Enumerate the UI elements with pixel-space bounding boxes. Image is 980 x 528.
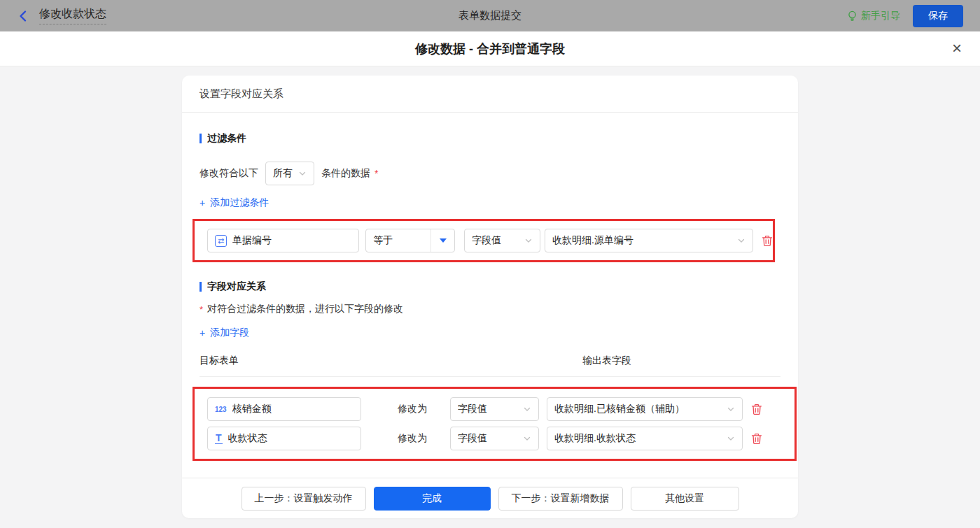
- other-settings-button[interactable]: 其他设置: [631, 487, 739, 511]
- lightbulb-icon: [847, 10, 858, 22]
- target-field-value: 收款状态: [228, 432, 354, 445]
- delete-mapping-button[interactable]: [751, 404, 762, 415]
- text-field-icon: T: [215, 433, 223, 444]
- chevron-down-icon: [727, 434, 735, 443]
- card-footer: 上一步：设置触发动作 完成 下一步：设置新增数据 其他设置: [182, 478, 798, 518]
- card-header: 设置字段对应关系: [182, 76, 798, 113]
- target-field-input[interactable]: 123 核销金额: [207, 397, 361, 421]
- filter-section-label: 过滤条件: [207, 132, 246, 145]
- modify-as-label: 修改为: [398, 403, 450, 415]
- mapping-section-label: 字段对应关系: [207, 280, 266, 293]
- save-button[interactable]: 保存: [913, 5, 963, 27]
- mapping-rows-highlight: 123 核销金额 修改为 字段值 收款明细.已核销金额（辅助）: [192, 387, 797, 461]
- mapping-row: 123 核销金额 修改为 字段值 收款明细.已核销金额（辅助）: [207, 397, 794, 421]
- beginner-guide-link[interactable]: 新手引导: [847, 10, 900, 22]
- output-field-select[interactable]: 收款明细.收款状态: [547, 427, 743, 450]
- modal-body: 设置字段对应关系 过滤条件 修改符合以下 所有 条件的数据 * +: [0, 76, 980, 528]
- modal-header: 修改数据 - 合并到普通字段 ×: [0, 31, 980, 66]
- required-mark: *: [200, 304, 203, 315]
- mapping-columns-header: 目标表单 输出表字段: [200, 355, 780, 377]
- value-type: 字段值: [458, 432, 519, 445]
- plus-icon: +: [200, 197, 205, 208]
- add-field-link[interactable]: + 添加字段: [200, 327, 249, 339]
- chevron-left-icon: [17, 10, 29, 22]
- chevron-down-icon: [523, 405, 531, 413]
- column-target-form: 目标表单: [200, 355, 239, 366]
- mapping-section-title: 字段对应关系: [200, 280, 780, 293]
- column-output-fields: 输出表字段: [582, 355, 631, 367]
- chevron-down-icon: [523, 434, 531, 443]
- delete-filter-button[interactable]: [762, 235, 773, 247]
- settings-card: 设置字段对应关系 过滤条件 修改符合以下 所有 条件的数据 * +: [182, 76, 798, 518]
- trash-icon: [762, 235, 773, 247]
- condition-mode-select[interactable]: 所有: [265, 162, 314, 185]
- value-type-select[interactable]: 字段值: [450, 397, 539, 421]
- add-filter-condition-link[interactable]: + 添加过滤条件: [200, 197, 269, 209]
- mapping-row: T 收款状态 修改为 字段值 收款明细.收款状态: [207, 427, 794, 450]
- serial-number-icon: ⇄: [215, 235, 227, 247]
- required-mark: *: [374, 168, 378, 179]
- next-step-button[interactable]: 下一步：设置新增数据: [498, 487, 623, 511]
- output-field-select[interactable]: 收款明细.已核销金额（辅助）: [547, 397, 743, 421]
- back-button[interactable]: [17, 10, 29, 22]
- mapping-note-text: 对符合过滤条件的数据，进行以下字段的修改: [207, 303, 403, 315]
- filter-value-type: 字段值: [472, 234, 520, 247]
- value-type-select[interactable]: 字段值: [450, 427, 539, 450]
- section-marker: [200, 134, 202, 143]
- done-button[interactable]: 完成: [374, 487, 491, 511]
- plus-icon: +: [200, 327, 205, 338]
- operator-select[interactable]: 等于: [365, 229, 455, 252]
- condition-suffix: 条件的数据: [321, 167, 370, 180]
- chevron-down-icon: [524, 236, 533, 245]
- beginner-guide-label: 新手引导: [861, 10, 900, 22]
- filter-value-type-select[interactable]: 字段值: [464, 229, 540, 252]
- condition-prefix: 修改符合以下: [200, 167, 258, 180]
- page-title: 表单数据提交: [0, 9, 980, 22]
- operator-caret-zone[interactable]: [430, 229, 454, 252]
- trash-icon: [751, 433, 762, 445]
- filter-row-highlight: ⇄ 单据编号 等于 字段值 收款明细.源单编号: [192, 219, 775, 262]
- filter-field-value: 单据编号: [232, 234, 351, 247]
- modify-as-label: 修改为: [398, 432, 450, 445]
- section-marker: [200, 282, 202, 292]
- add-filter-condition-label: 添加过滤条件: [210, 197, 269, 209]
- target-field-input[interactable]: T 收款状态: [207, 427, 361, 450]
- output-field-value: 收款明细.已核销金额（辅助）: [554, 403, 722, 415]
- card-content: 过滤条件 修改符合以下 所有 条件的数据 * + 添加过滤条件: [182, 113, 798, 478]
- condition-mode-value: 所有: [273, 167, 294, 180]
- modal-title: 修改数据 - 合并到普通字段: [415, 41, 565, 57]
- chevron-down-icon: [737, 236, 746, 245]
- caret-down-icon: [440, 238, 447, 243]
- target-field-value: 核销金额: [232, 403, 354, 415]
- top-bar: 表单数据提交 修改收款状态 新手引导 保存: [0, 0, 980, 31]
- filter-section-title: 过滤条件: [200, 132, 780, 145]
- condition-line: 修改符合以下 所有 条件的数据 *: [200, 162, 780, 185]
- delete-mapping-button[interactable]: [751, 433, 762, 445]
- workflow-title[interactable]: 修改收款状态: [39, 7, 106, 24]
- prev-step-button[interactable]: 上一步：设置触发动作: [241, 487, 366, 511]
- chevron-down-icon: [298, 169, 307, 178]
- filter-field-input[interactable]: ⇄ 单据编号: [207, 229, 359, 252]
- output-field-value: 收款明细.收款状态: [554, 432, 722, 445]
- filter-value: 收款明细.源单编号: [552, 234, 733, 247]
- value-type: 字段值: [458, 403, 519, 415]
- mapping-note: * 对符合过滤条件的数据，进行以下字段的修改: [200, 303, 780, 315]
- close-icon[interactable]: ×: [952, 40, 962, 57]
- trash-icon: [751, 404, 762, 415]
- number-field-icon: 123: [215, 406, 227, 413]
- chevron-down-icon: [727, 405, 735, 413]
- add-field-label: 添加字段: [210, 327, 249, 339]
- operator-value: 等于: [366, 234, 430, 247]
- filter-value-select[interactable]: 收款明细.源单编号: [545, 229, 753, 252]
